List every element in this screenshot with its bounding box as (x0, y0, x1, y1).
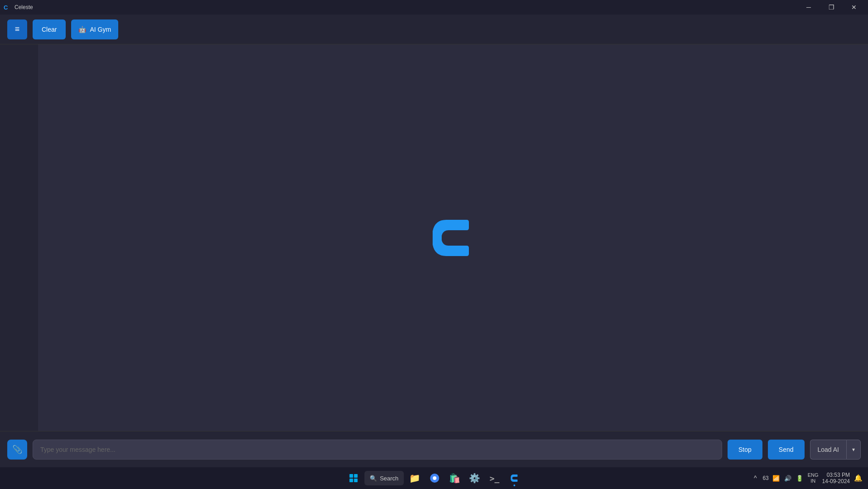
title-bar: C Celeste ─ ❐ ✕ (0, 0, 868, 15)
clock-area[interactable]: 03:53 PM 14-09-2024 (822, 472, 850, 484)
clock-date: 14-09-2024 (822, 478, 850, 484)
toolbar: ≡ Clear 🤖 AI Gym (0, 15, 868, 44)
search-label: Search (380, 475, 398, 482)
windows-logo (349, 474, 357, 482)
input-area: 📎 Stop Send Load AI ▾ (0, 431, 868, 467)
minimize-button[interactable]: ─ (798, 0, 819, 15)
attach-button[interactable]: 📎 (7, 440, 27, 460)
taskbar-start-button[interactable] (344, 469, 362, 487)
attach-icon: 📎 (12, 445, 22, 455)
search-icon: 🔍 (370, 475, 377, 482)
file-explorer-icon: 📁 (409, 473, 420, 484)
show-hidden-icon[interactable]: ^ (751, 474, 760, 483)
chat-area (38, 44, 868, 431)
win-logo-cell-4 (354, 479, 357, 482)
aigym-button[interactable]: 🤖 AI Gym (71, 19, 118, 39)
settings-icon: ⚙️ (469, 473, 480, 484)
taskbar-search[interactable]: 🔍 Search (364, 471, 404, 485)
aigym-label: AI Gym (90, 26, 111, 33)
ms-store-icon: 🛍️ (449, 473, 460, 484)
aigym-icon: 🤖 (78, 26, 86, 33)
wifi-icon: 📶 (772, 474, 781, 483)
menu-button[interactable]: ≡ (7, 19, 27, 39)
load-ai-chevron-button[interactable]: ▾ (846, 440, 861, 460)
taskbar-settings[interactable]: ⚙️ (466, 469, 484, 487)
message-input[interactable] (33, 440, 722, 460)
celeste-logo (426, 215, 480, 261)
stop-button[interactable]: Stop (728, 440, 762, 460)
close-button[interactable]: ✕ (844, 0, 864, 15)
taskbar-right: ^ 63 📶 🔊 🔋 ENG IN 03:53 PM 14-09-2024 🔔 (751, 472, 868, 484)
load-ai-group: Load AI ▾ (810, 440, 861, 460)
win-logo-cell-3 (349, 479, 353, 482)
lang-region: IN (810, 478, 815, 484)
taskbar-terminal[interactable]: >_ (486, 469, 504, 487)
terminal-icon: >_ (490, 474, 500, 483)
app-title: Celeste (14, 4, 33, 10)
win-logo-cell-1 (349, 474, 353, 478)
maximize-button[interactable]: ❐ (821, 0, 842, 15)
svg-text:C: C (4, 4, 8, 11)
taskbar-celeste[interactable] (506, 469, 524, 487)
load-ai-button[interactable]: Load AI (810, 440, 847, 460)
taskbar-chrome[interactable] (426, 469, 444, 487)
taskbar-ms-store[interactable]: 🛍️ (446, 469, 464, 487)
logo-svg (426, 215, 480, 261)
chrome-icon (430, 473, 440, 483)
volume-icon: 🔊 (783, 474, 792, 483)
clock-time: 03:53 PM (827, 472, 850, 478)
battery-percentage: 63 (762, 475, 768, 481)
left-sidebar (0, 44, 38, 431)
clear-button[interactable]: Clear (33, 19, 66, 39)
taskbar: 🔍 Search 📁 🛍️ ⚙️ >_ (0, 467, 868, 489)
notification-icon[interactable]: 🔔 (854, 474, 863, 483)
send-button[interactable]: Send (768, 440, 805, 460)
language-indicator[interactable]: ENG IN (808, 472, 819, 484)
title-bar-controls: ─ ❐ ✕ (798, 0, 864, 15)
celeste-taskbar-icon (510, 474, 520, 483)
win-logo-cell-2 (354, 474, 357, 478)
system-tray: ^ 63 📶 🔊 🔋 (751, 474, 804, 483)
lang-name: ENG (808, 472, 819, 478)
app-icon: C (4, 4, 11, 11)
svg-point-2 (433, 476, 437, 480)
title-bar-left: C Celeste (4, 4, 33, 11)
taskbar-file-explorer[interactable]: 📁 (406, 469, 424, 487)
taskbar-center: 🔍 Search 📁 🛍️ ⚙️ >_ (344, 469, 523, 487)
main-content (0, 44, 868, 431)
battery-icon: 🔋 (795, 474, 804, 483)
